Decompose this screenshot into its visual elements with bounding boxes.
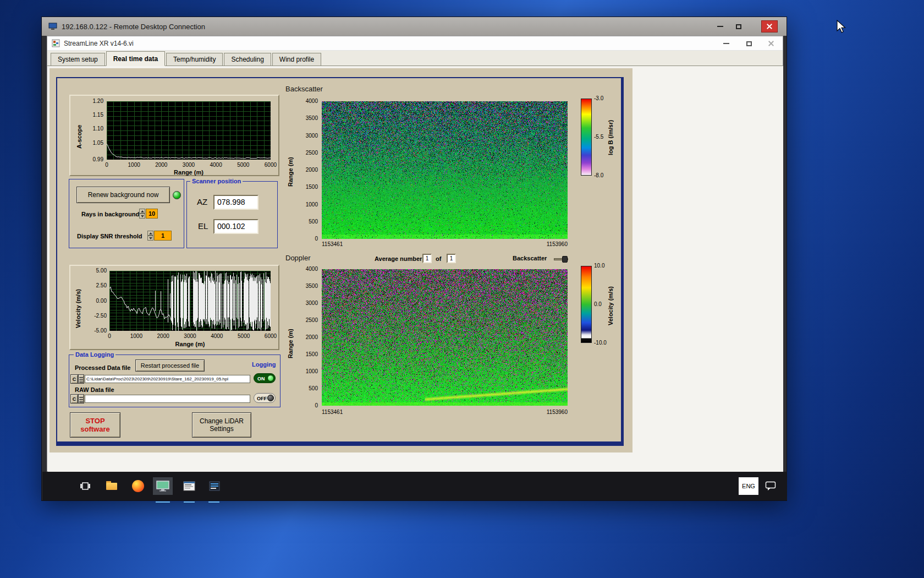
rdp-titlebar[interactable]: 192.168.0.122 - Remote Desktop Connectio… [42,17,787,36]
doppler-y-ticks: 40003500300025002000150010005000 [295,254,319,419]
restart-processed-file-button[interactable]: Restart processed file [135,359,205,372]
stop-software-button[interactable]: STOP software [70,412,120,438]
axis-tick-label: 3000 [306,300,318,307]
task-view-button[interactable] [75,477,95,495]
axis-tick-label: 2.50 [96,282,107,289]
change-lidar-settings-button[interactable]: Change LiDAR Settings [192,412,251,438]
processed-path-type-button[interactable]: C [70,374,78,384]
axis-tick-label: 3000 [179,162,198,168]
axis-tick-label: 4000 [306,98,318,105]
tab-real-time-data[interactable]: Real time data [106,51,165,66]
data-viewer-button[interactable] [205,477,224,495]
el-value-field[interactable]: 000.102 [213,219,258,234]
velocity-y-axis-label: Velocity (m/s) [75,280,81,337]
rays-in-background-label: Rays in background [81,211,139,217]
firefox-icon [132,480,144,492]
axis-tick-label: 500 [309,385,318,392]
change-button-line2: Settings [210,425,233,433]
backscatter-y-ticks: 40003500300025002000150010005000 [295,94,319,253]
axis-tick-label: 0.00 [96,298,107,304]
axis-tick-label: -10.0 [594,340,607,346]
data-logging-group: Data Logging Processed Data file Restart… [69,355,280,407]
on-label: ON [257,376,265,381]
axis-tick-label: -3.0 [594,95,603,102]
scanner-position-group: Scanner position AZ 078.998 EL 000.102 [186,181,278,248]
rays-in-background-field[interactable]: 10 [146,209,158,219]
axis-tick-label: 500 [309,219,318,225]
backscatter-colorbar [581,99,592,176]
doppler-colorbar [581,266,592,343]
file-explorer-button[interactable] [102,477,122,495]
mouse-cursor [836,20,848,34]
tab-bar: System setup Real time data Temp/humidit… [47,51,783,66]
remote-desktop-taskbar-button[interactable] [153,477,173,495]
axis-tick-label: 1500 [306,184,318,190]
raw-logging-toggle[interactable]: OFF [254,393,276,403]
az-value-field[interactable]: 078.998 [213,195,258,210]
firefox-button[interactable] [128,477,148,495]
renew-background-button[interactable]: Renew background now [76,187,170,203]
rdp-maximize-button[interactable] [730,20,747,32]
tab-system-setup[interactable]: System setup [51,53,105,66]
rdp-minimize-button[interactable] [712,20,728,32]
app-restore-button[interactable] [741,39,757,48]
axis-tick-label: 0.0 [594,301,602,308]
front-panel: A-scope 1.201.151.101.050.99 01000200030… [50,68,632,452]
running-app-underline [208,501,219,503]
data-logging-title: Data Logging [74,351,116,358]
tab-temp-humidity[interactable]: Temp/humidity [166,53,223,66]
az-label: AZ [197,197,207,206]
snr-threshold-field[interactable]: 1 [154,231,172,241]
rays-spinner[interactable] [139,209,145,219]
processed-data-file-path[interactable]: C:\Lidar\Data\Proc\2023\202309\20230919\… [85,375,250,383]
axis-tick-label: 1500 [306,351,318,358]
app-window: StreamLine XR v14-6.vi System setup Real… [47,36,783,472]
tab-scheduling[interactable]: Scheduling [224,53,271,66]
doppler-x-ticks: 1153461 1153960 [322,409,568,415]
raw-path-browse-button[interactable] [78,394,84,403]
app-close-button[interactable] [763,39,779,48]
axis-tick-label: -5.5 [594,134,603,140]
app-window-title: StreamLine XR v14-6.vi [64,40,134,47]
axis-tick-label: 4000 [207,162,226,168]
axis-tick-label: 1153461 [322,241,343,247]
axis-tick-label: 1000 [125,162,144,168]
axis-tick-label: 2000 [306,167,318,173]
processed-logging-toggle[interactable]: ON [254,373,276,383]
backscatter-title: Backscatter [285,85,323,93]
velocity-chart-group: Velocity (m/s) 5.002.500.00-2.50-5.00 01… [69,265,279,350]
processed-data-file-label: Processed Data file [75,364,131,371]
velocity-chart [109,271,271,331]
axis-tick-label: 10.0 [594,263,604,269]
ascope-chart-group: A-scope 1.201.151.101.050.99 01000200030… [69,95,279,176]
chat-bubble-icon [765,481,776,491]
chat-button[interactable] [762,477,779,495]
tab-wind-profile[interactable]: Wind profile [272,53,321,66]
axis-tick-label: 3000 [306,133,318,139]
ascope-y-axis-label: A-scope [76,109,82,164]
raw-data-file-label: RAW Data file [75,386,114,393]
axis-tick-label: 2000 [152,162,170,168]
remote-desktop-app-icon [156,481,169,492]
velocity-x-ticks: 0100020003000400050006000 [100,333,280,339]
processed-path-browse-button[interactable] [78,374,84,384]
off-label: OFF [257,396,267,401]
app-titlebar[interactable]: StreamLine XR v14-6.vi [47,36,783,51]
axis-tick-label: 6000 [261,333,280,339]
rdp-close-button[interactable] [761,20,778,32]
scan-scheduler-button[interactable] [179,477,199,495]
doppler-plot-group: 40003500300025002000150010005000 Range (… [284,254,578,419]
el-label: EL [198,221,208,231]
active-app-underline [156,501,170,503]
raw-path-type-button[interactable]: C [70,394,78,403]
background-controls-group: Renew background now Rays in background … [69,179,184,248]
axis-tick-label: 1153960 [547,241,568,247]
axis-tick-label: 4000 [207,333,226,339]
axis-tick-label: 3000 [180,333,199,339]
app-minimize-button[interactable] [718,39,734,48]
language-indicator[interactable]: ENG [739,477,758,495]
snr-spinner[interactable] [147,231,153,241]
background-led-indicator [173,191,181,199]
raw-data-file-path[interactable] [85,395,250,403]
logging-label: Logging [252,361,276,368]
